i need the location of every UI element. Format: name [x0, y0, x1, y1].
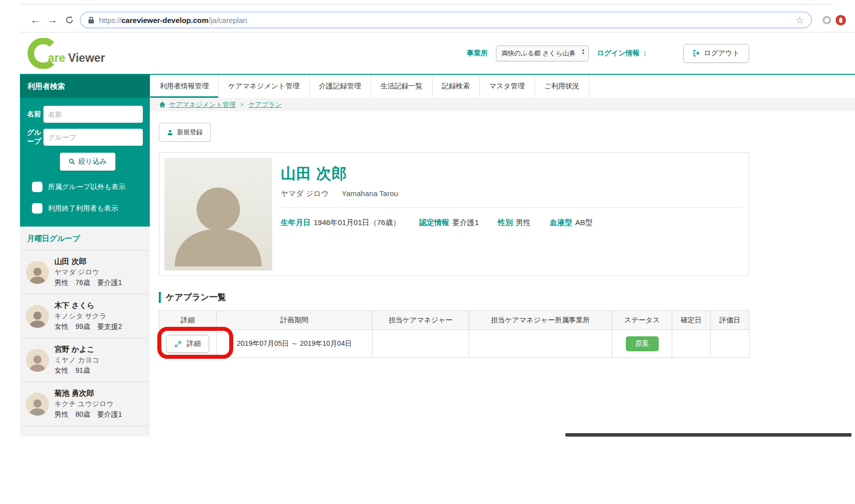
- tab-care-management[interactable]: ケアマネジメント管理: [219, 75, 310, 98]
- profile-romaji: Yamahana Tarou: [342, 189, 398, 199]
- tab-record-search[interactable]: 記録検索: [432, 75, 480, 98]
- main-area: 利用者情報管理 ケアマネジメント管理 介護記録管理 生活記録一覧 記録検索 マス…: [150, 75, 855, 504]
- cell-care-manager: [373, 330, 469, 358]
- office-label: 事業所: [467, 49, 488, 58]
- select-stepper-icon: ▲▼: [581, 48, 585, 55]
- login-info-label: ログイン情報 ：: [597, 49, 648, 58]
- browser-toolbar: ← → https://careviewer-develop.com/ja/ca…: [20, 9, 855, 31]
- logout-button[interactable]: ログアウト: [683, 44, 749, 63]
- list-item-user-1[interactable]: 山田 次郎 ヤマダ ジロウ 男性 76歳 要介護1: [20, 251, 150, 294]
- lock-icon: [88, 16, 94, 24]
- bookmark-star-icon[interactable]: ☆: [796, 14, 804, 26]
- profile-name: 山田 次郎: [281, 164, 744, 184]
- logout-icon: [693, 49, 700, 57]
- profile-certification: 認定情報要介護1: [419, 218, 478, 228]
- user-photo: [164, 158, 272, 270]
- checkbox-label: 利用終了利用者も表示: [48, 204, 118, 213]
- breadcrumb-level1[interactable]: ケアマネジメント管理: [169, 100, 235, 109]
- new-registration-button[interactable]: 新規登録: [159, 123, 211, 142]
- breadcrumb: ケアマネジメント管理 ＞ ケアプラン: [150, 98, 855, 111]
- care-viewer-logo: are Viewer: [27, 38, 105, 69]
- group-input[interactable]: [43, 129, 143, 146]
- office-select[interactable]: 満快のふる郷 さくら山鼻 ▲▼: [496, 45, 589, 61]
- user-profile-card: 山田 次郎 ヤマダ ジロウ Yamahana Tarou 生年月日1946年01…: [159, 152, 749, 276]
- breadcrumb-separator: ＞: [239, 100, 245, 109]
- forward-icon[interactable]: →: [44, 14, 61, 26]
- tab-care-records[interactable]: 介護記録管理: [310, 75, 371, 98]
- profile-bloodtype: 血液型AB型: [550, 218, 593, 228]
- tab-usage-status[interactable]: ご利用状況: [535, 75, 589, 98]
- sidebar-title: 利用者検索: [20, 75, 150, 98]
- horizontal-scrollbar[interactable]: [565, 433, 852, 437]
- profile-kana: ヤマダ ジロウ: [281, 189, 329, 199]
- person-icon: [167, 129, 173, 136]
- list-item-user-4[interactable]: 菊池 勇次郎 キクチ ユウジロウ 男性 80歳 要介護1: [20, 382, 150, 426]
- browser-extension-icon[interactable]: [836, 15, 846, 25]
- home-icon[interactable]: [159, 101, 166, 108]
- name-label: 名前: [27, 110, 43, 119]
- app-header: are Viewer 事業所 満快のふる郷 さくら山鼻 ▲▼ ログイン情報 ： …: [20, 32, 855, 74]
- col-office: 担当ケアマネジャー所属事業所: [469, 311, 612, 330]
- breadcrumb-level2[interactable]: ケアプラン: [248, 100, 282, 109]
- filter-button[interactable]: 絞り込み: [60, 153, 115, 171]
- user-search-sidebar: 利用者検索 名前 グループ 絞り込み 所属グループ以外も表示 利用終了利用者も表…: [20, 75, 150, 437]
- tab-user-info[interactable]: 利用者情報管理: [150, 75, 219, 98]
- main-tabbar: 利用者情報管理 ケアマネジメント管理 介護記録管理 生活記録一覧 記録検索 マス…: [150, 75, 855, 98]
- tab-life-records[interactable]: 生活記録一覧: [371, 75, 432, 98]
- avatar: [26, 305, 49, 328]
- col-fixed-date: 確定日: [672, 311, 711, 330]
- browser-window-top-edge: [20, 4, 833, 4]
- col-care-manager: 担当ケアマネジャー: [373, 311, 469, 330]
- tab-master-management[interactable]: マスタ管理: [480, 75, 535, 98]
- profile-divider: [281, 207, 744, 208]
- careplan-header-row: 詳細 計画期間 担当ケアマネジャー 担当ケアマネジャー所属事業所 ステータス 確…: [159, 311, 750, 330]
- col-period: 計画期間: [217, 311, 373, 330]
- detail-button[interactable]: 詳細: [166, 335, 209, 353]
- sidebar-search-panel: 名前 グループ 絞り込み 所属グループ以外も表示 利用終了利用者も表示: [20, 98, 150, 227]
- group-title: 月曜日グループ: [20, 227, 150, 251]
- col-status: ステータス: [612, 311, 672, 330]
- logo-text-are: are: [48, 51, 65, 65]
- cell-period: 2019年07月05日 ～ 2019年10月04日: [217, 330, 373, 358]
- cell-office: [469, 330, 612, 358]
- url-text: https://careviewer-develop.com/ja/carepl…: [99, 16, 247, 24]
- cell-fixed-date: [672, 330, 711, 358]
- name-input[interactable]: [43, 106, 143, 123]
- show-other-groups-checkbox[interactable]: 所属グループ以外も表示: [32, 182, 143, 192]
- logo-text-viewer: Viewer: [68, 51, 105, 65]
- profile-gender: 性別男性: [498, 218, 531, 228]
- checkbox-icon: [32, 182, 42, 192]
- url-bar[interactable]: https://careviewer-develop.com/ja/carepl…: [80, 11, 812, 28]
- browser-profile-icon[interactable]: [823, 16, 831, 24]
- checkbox-label: 所属グループ以外も表示: [48, 183, 125, 192]
- careplan-table: 詳細 計画期間 担当ケアマネジャー 担当ケアマネジャー所属事業所 ステータス 確…: [159, 310, 750, 358]
- status-badge: 原案: [626, 336, 659, 351]
- search-icon: [68, 158, 75, 165]
- table-row: 詳細 2019年07月05日 ～ 2019年10月04日 原案: [159, 330, 750, 358]
- group-label: グループ: [27, 128, 43, 146]
- cell-status: 原案: [612, 330, 672, 358]
- checkbox-icon: [32, 203, 42, 214]
- avatar: [26, 349, 49, 372]
- careplan-section-title: ケアプラン一覧: [159, 292, 846, 303]
- profile-birthdate: 生年月日1946年01月01日（76歳）: [281, 218, 400, 228]
- col-eval-date: 評価日: [711, 311, 750, 330]
- show-ended-users-checkbox[interactable]: 利用終了利用者も表示: [32, 203, 143, 214]
- back-icon[interactable]: ←: [27, 14, 44, 26]
- reload-icon[interactable]: [61, 15, 78, 25]
- avatar: [26, 393, 49, 416]
- cell-eval-date: [711, 330, 750, 358]
- avatar: [26, 261, 49, 284]
- col-detail: 詳細: [159, 311, 217, 330]
- list-item-user-2[interactable]: 木下 さくら キノシタ サクラ 女性 99歳 要支援2: [20, 294, 150, 338]
- list-item-user-3[interactable]: 宮野 かよこ ミヤノ カヨコ 女性 91歳: [20, 338, 150, 382]
- edit-icon: [175, 340, 182, 347]
